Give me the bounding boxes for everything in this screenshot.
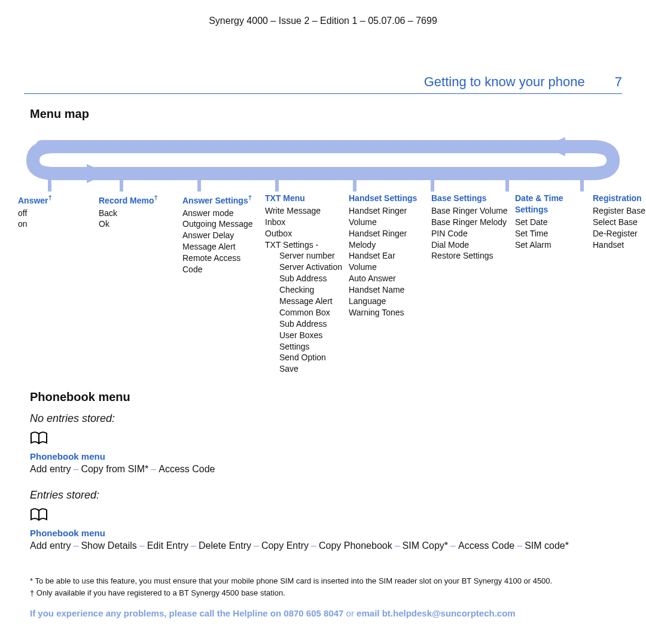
menu-item: PIN Code <box>431 228 509 239</box>
menu-item: Set Date <box>515 217 587 228</box>
menu-item: Base Ringer Melody <box>431 217 509 228</box>
menu-item: on <box>18 218 93 230</box>
separator: – <box>71 540 81 551</box>
menu-item: Register Base <box>593 205 646 217</box>
menu-item: Handset Ear Volume <box>349 250 425 273</box>
col-base-settings: Base Settings Base Ringer Volume Base Ri… <box>431 193 509 262</box>
pb-item: Add entry <box>30 540 71 551</box>
dagger: † <box>248 193 252 201</box>
menu-item: off <box>18 208 93 219</box>
separator: – <box>148 464 159 474</box>
pb-item: Copy from SIM* <box>81 464 148 474</box>
col-head-answer: Answer† <box>18 193 93 206</box>
footnotes: * To be able to use this feature, you mu… <box>30 575 622 599</box>
helpline-mid: or <box>343 608 356 618</box>
menu-subitem: Common Box Sub Address <box>279 307 343 330</box>
pb-item: Copy Entry <box>261 540 309 551</box>
separator: – <box>188 540 199 551</box>
col-record-memo: Record Memo† Back Ok <box>99 193 176 230</box>
pb-item: Access Code <box>458 540 514 551</box>
menu-item: Set Alarm <box>515 239 587 251</box>
menu-columns: Answer† off on Record Memo† Back Ok Answ… <box>24 193 622 375</box>
open-book-icon <box>30 431 622 445</box>
col-head-datetime: Date & Time Settings <box>515 193 587 215</box>
menu-item: Message Alert <box>182 241 259 253</box>
pb-item: Delete Entry <box>199 540 251 551</box>
open-book-icon <box>30 508 622 522</box>
menu-item: Dial Mode <box>431 239 509 251</box>
footnote-star: * To be able to use this feature, you mu… <box>30 575 622 587</box>
svg-rect-8 <box>505 180 509 192</box>
menu-map-title: Menu map <box>30 107 622 121</box>
col-registration: Registration Register Base Select Base D… <box>593 193 646 250</box>
svg-rect-5 <box>275 180 279 192</box>
svg-rect-6 <box>353 180 356 192</box>
menu-item: Write Message <box>265 205 343 217</box>
footnote-dagger: † Only available if you have registered … <box>30 587 622 599</box>
phonebook-some-line: Add entry–Show Details–Edit Entry–Delete… <box>30 540 622 551</box>
menu-item: Handset Name <box>349 284 425 296</box>
pb-item: Copy Phonebook <box>319 540 392 551</box>
col-handset-settings: Handset Settings Handset Ringer Volume H… <box>349 193 425 318</box>
menu-map-arrow-diagram <box>24 126 622 198</box>
col-head-text: Answer <box>18 196 48 205</box>
col-answer: Answer† off on <box>18 193 93 230</box>
col-head-answer-settings: Answer Settings† <box>182 193 259 206</box>
svg-rect-3 <box>120 180 123 192</box>
menu-item: Handset Ringer Melody <box>349 228 425 251</box>
col-txt-menu: TXT Menu Write Message Inbox Outbox TXT … <box>265 193 343 375</box>
helpline-email-word: email <box>356 608 382 618</box>
menu-item: Outgoing Message <box>182 218 259 230</box>
menu-item: TXT Settings - <box>265 239 343 251</box>
svg-rect-9 <box>580 180 584 192</box>
phonebook-section: Phonebook menu No entries stored: Phoneb… <box>30 390 622 551</box>
menu-item: Answer Delay <box>182 230 259 241</box>
helpline-phone: 0870 605 8047 <box>284 608 343 618</box>
dagger: † <box>48 193 52 201</box>
col-head-text: Answer Settings <box>182 196 248 205</box>
svg-rect-4 <box>197 180 201 192</box>
pb-item: Edit Entry <box>147 540 188 551</box>
menu-subitem: Server number <box>279 250 343 262</box>
document-id: Synergy 4000 – Issue 2 – Edition 1 – 05.… <box>24 16 622 26</box>
phonebook-state-some: Entries stored: <box>30 489 622 502</box>
menu-item: Set Time <box>515 228 587 239</box>
menu-subitem: Sub Address Checking <box>279 273 343 296</box>
menu-item: Outbox <box>265 228 343 239</box>
menu-item: Back <box>99 208 176 219</box>
phonebook-menu-label: Phonebook menu <box>30 528 622 538</box>
pb-item: SIM Copy* <box>403 540 448 551</box>
separator: – <box>137 540 147 551</box>
separator: – <box>71 464 81 474</box>
menu-item: Inbox <box>265 217 343 228</box>
menu-item: Remote Access Code <box>182 253 259 275</box>
svg-marker-0 <box>87 164 108 183</box>
separator: – <box>309 540 319 551</box>
separator: – <box>514 540 525 551</box>
helpline-pre: If you experience any problems, please c… <box>30 608 284 618</box>
separator: – <box>448 540 458 551</box>
col-head-txt-menu: TXT Menu <box>265 193 343 204</box>
menu-subitem: User Boxes Settings <box>279 330 343 353</box>
phonebook-menu-label: Phonebook menu <box>30 451 622 461</box>
pb-item: Show Details <box>81 540 136 551</box>
svg-rect-2 <box>48 180 51 192</box>
header-rule <box>24 93 622 94</box>
menu-subitem: Server Activation <box>279 262 343 273</box>
col-answer-settings: Answer Settings† Answer mode Outgoing Me… <box>182 193 259 275</box>
page-number: 7 <box>615 74 622 90</box>
helpline-email: bt.helpdesk@suncorptech.com <box>382 608 516 618</box>
svg-rect-7 <box>431 180 434 192</box>
helpline: If you experience any problems, please c… <box>30 608 622 618</box>
col-head-record-memo: Record Memo† <box>99 193 176 206</box>
col-date-time: Date & Time Settings Set Date Set Time S… <box>515 193 587 250</box>
phonebook-none-line: Add entry–Copy from SIM*–Access Code <box>30 464 622 475</box>
col-head-base: Base Settings <box>431 193 509 204</box>
pb-item: Add entry <box>30 464 71 474</box>
menu-item: Answer mode <box>182 208 259 219</box>
page-header: Getting to know your phone 7 <box>24 74 622 90</box>
col-head-text: Record Memo <box>99 196 154 205</box>
col-head-handset: Handset Settings <box>349 193 425 204</box>
svg-marker-1 <box>544 137 565 156</box>
pb-item: SIM code* <box>525 540 569 551</box>
